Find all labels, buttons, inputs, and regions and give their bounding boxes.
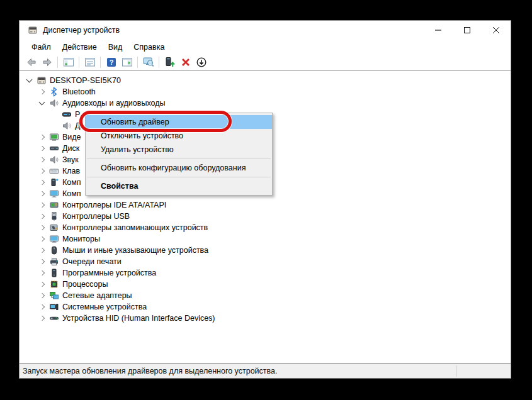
tree-item-label: DESKTOP-SEI5K70 [50, 76, 121, 85]
menubar: ФайлДействиеВидСправка [20, 40, 511, 54]
tree-item-label: Мыши и иные указывающие устройства [62, 246, 208, 255]
tree-item-label: Очереди печати [62, 257, 122, 266]
properties-icon [84, 57, 96, 68]
scan-hardware-icon [143, 57, 154, 68]
tree-item[interactable]: Очереди печати [20, 256, 511, 267]
toolbar-separator [57, 57, 58, 68]
disable-device-button[interactable] [193, 55, 209, 70]
context-menu-item[interactable]: Удалить устройство [86, 143, 272, 157]
tree-item-label: Устройства HID (Human Interface Devices) [62, 314, 215, 323]
tree-item-label: Системные устройства [62, 303, 147, 311]
svg-text:?: ? [109, 58, 113, 66]
chevron-right-icon[interactable] [37, 211, 47, 221]
speaker-icon [49, 98, 59, 108]
minimize-button[interactable] [424, 21, 453, 40]
show-console-tree-button[interactable] [60, 55, 76, 70]
context-menu-separator [87, 158, 271, 159]
chevron-right-icon[interactable] [37, 291, 47, 301]
chevron-right-icon[interactable] [37, 87, 47, 97]
menubar-item[interactable]: Справка [128, 41, 170, 53]
mouse-icon [49, 245, 59, 255]
tree-item[interactable]: Системные устройства [20, 301, 511, 313]
tree-item[interactable]: Контроллеры запоминающих устройств [20, 222, 511, 233]
properties-button[interactable] [82, 55, 98, 70]
help-button[interactable]: ? [103, 55, 119, 70]
caption-buttons [424, 21, 511, 40]
context-menu-item[interactable]: Обновить драйвер [86, 115, 272, 129]
tree-item-label: Процессоры [62, 280, 108, 289]
update-driver-button[interactable] [162, 55, 178, 70]
chevron-right-icon[interactable] [37, 132, 47, 142]
minimize-icon [435, 25, 441, 36]
tree-item-label: Диск [62, 144, 79, 153]
tree-item[interactable]: Контроллеры IDE ATA/ATAPI [20, 199, 511, 211]
scan-hardware-button[interactable] [140, 55, 156, 70]
ide-controller-icon [49, 200, 59, 210]
network-adapter-icon [49, 291, 59, 301]
tree-item[interactable]: Контроллеры USB [20, 211, 511, 222]
back-icon [26, 57, 37, 68]
processor-icon [49, 279, 59, 289]
close-button[interactable] [482, 21, 511, 40]
context-menu-item[interactable]: Свойства [86, 179, 272, 193]
back-button[interactable] [23, 55, 39, 70]
context-menu-item[interactable]: Обновить конфигурацию оборудования [86, 161, 272, 175]
desktop-background: Диспетчер устройств ФайлДействиеВидСправ… [0, 0, 532, 400]
show-console-tree-icon [63, 57, 74, 68]
tree-item[interactable]: Программные устройства [20, 267, 511, 279]
tree-item-label: Звук [62, 155, 79, 164]
action-pane-button[interactable] [119, 55, 135, 70]
menubar-item[interactable]: Вид [103, 41, 128, 53]
tree-item-label: Клав [62, 167, 80, 175]
chevron-right-icon[interactable] [37, 200, 47, 210]
chevron-right-icon[interactable] [37, 166, 47, 176]
chevron-right-icon[interactable] [37, 143, 47, 153]
tree-item[interactable]: Сетевые адаптеры [20, 290, 511, 301]
tree-item[interactable]: Процессоры [20, 279, 511, 290]
tree-item-label: Контроллеры запоминающих устройств [62, 223, 208, 232]
context-menu-item[interactable]: Отключить устройство [86, 129, 272, 143]
context-menu: Обновить драйверОтключить устройствоУдал… [85, 113, 273, 196]
statusbar: Запуск мастера обновления драйверов для … [20, 364, 511, 378]
forward-button[interactable] [39, 55, 55, 70]
toolbar-separator [137, 57, 138, 68]
chevron-right-icon[interactable] [37, 223, 47, 233]
speaker-icon [49, 155, 59, 165]
maximize-button[interactable] [453, 21, 482, 40]
bluetooth-icon [49, 87, 59, 97]
computer-icon [49, 189, 59, 199]
chevron-right-icon[interactable] [37, 245, 47, 255]
tree-item-label: Р [75, 110, 80, 119]
chevron-right-icon[interactable] [37, 234, 47, 244]
tree-item[interactable]: Аудиовходы и аудиовыходы [20, 97, 511, 109]
tree-item[interactable]: Мониторы [20, 233, 511, 245]
disk-drive-icon [49, 143, 59, 153]
menubar-item[interactable]: Действие [57, 41, 103, 53]
toolbar-separator [159, 57, 159, 68]
chevron-right-icon[interactable] [37, 279, 47, 289]
chevron-right-icon[interactable] [37, 155, 47, 165]
tree-item[interactable]: Bluetooth [20, 86, 511, 97]
device-manager-icon [37, 75, 47, 86]
video-adapter-icon [49, 132, 59, 142]
menubar-item[interactable]: Файл [26, 41, 57, 53]
tree-item-label: Программные устройства [62, 269, 156, 277]
titlebar[interactable]: Диспетчер устройств [20, 21, 511, 40]
chevron-down-icon[interactable] [37, 98, 47, 108]
chevron-right-icon[interactable] [37, 177, 47, 187]
chevron-right-icon[interactable] [37, 268, 47, 278]
chevron-right-icon[interactable] [37, 189, 47, 199]
chevron-right-icon[interactable] [37, 302, 47, 312]
chevron-right-icon[interactable] [37, 257, 47, 267]
tree-item[interactable]: DESKTOP-SEI5K70 [20, 75, 511, 86]
help-icon: ? [106, 57, 117, 68]
chevron-right-icon[interactable] [37, 313, 47, 323]
uninstall-device-button[interactable] [178, 55, 193, 70]
chevron-down-icon[interactable] [25, 75, 35, 86]
tree-item[interactable]: Мыши и иные указывающие устройства [20, 245, 511, 256]
tree-item-label: Контроллеры USB [62, 212, 130, 221]
tree-item[interactable]: Устройства HID (Human Interface Devices) [20, 313, 511, 324]
tree-item-label: Bluetooth [62, 87, 96, 96]
software-component-icon [49, 177, 59, 187]
action-pane-icon [122, 57, 133, 68]
